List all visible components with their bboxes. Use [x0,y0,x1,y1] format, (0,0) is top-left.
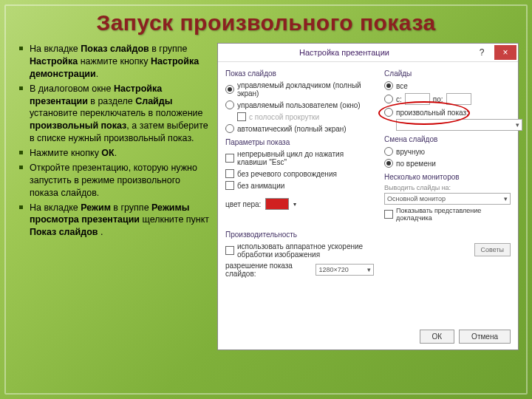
resolution-select[interactable]: 1280×720 [316,264,374,276]
check-hwaccel[interactable] [225,246,234,255]
list-item: На вкладке Режим в группе Режимы просмот… [19,202,211,239]
radio-user[interactable] [225,100,234,109]
radio-all[interactable] [384,81,393,90]
check-loop[interactable] [225,154,234,163]
list-item: На вкладке Показ слайдов в группе Настро… [19,43,211,81]
dialog-title: Настройка презентации [218,48,471,57]
monitor-label: Выводить слайды на: [384,184,511,191]
list-item: В диалоговом окне Настройка презентации … [19,83,211,145]
close-button[interactable]: × [494,45,516,60]
monitor-select[interactable]: Основной монитор [384,193,511,205]
radio-custom[interactable] [384,108,393,117]
group-slides: Слайды [384,69,511,78]
resolution-label: разрешение показа слайдов: [225,262,311,278]
check-presenter-view[interactable] [384,210,393,219]
radio-presenter[interactable] [225,85,234,94]
radio-range[interactable] [384,95,393,103]
group-monitors: Несколько мониторов [384,173,511,181]
tips-button[interactable]: Советы [474,243,511,256]
pen-color-swatch[interactable] [265,198,289,210]
pen-color-label: цвет пера: [225,200,261,208]
radio-auto[interactable] [225,124,234,133]
list-item: Откройте презентацию, которую нужно запу… [19,162,211,200]
radio-manual[interactable] [384,147,393,156]
group-perf: Производительность [225,231,374,239]
from-input[interactable] [405,93,430,105]
help-button[interactable]: ? [471,45,493,60]
custom-show-select[interactable] [396,119,522,131]
group-change: Смена слайдов [384,135,511,143]
check-nosound[interactable] [225,169,234,178]
list-item: Нажмите кнопку ОК. [19,147,211,160]
group-show: Показ слайдов [225,69,374,78]
settings-dialog: Настройка презентации ? × Показ слайдов … [217,43,519,350]
to-input[interactable] [446,93,471,105]
cancel-button[interactable]: Отмена [459,330,511,344]
ok-button[interactable]: ОК [420,330,455,344]
group-params: Параметры показа [225,138,374,146]
check-scrollbar[interactable] [237,112,246,121]
check-noanim[interactable] [225,181,234,190]
radio-time[interactable] [384,159,393,168]
